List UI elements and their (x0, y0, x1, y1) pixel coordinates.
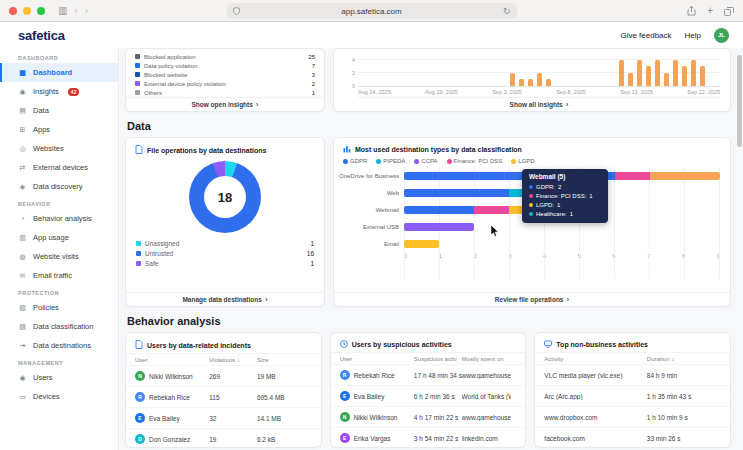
sidebar-toggle-icon[interactable]: ▥ (58, 6, 67, 16)
sidebar-item-apps[interactable]: ⊞Apps (0, 120, 118, 139)
sidebar-item-external-devices[interactable]: ⇄External devices (0, 158, 118, 177)
column-header-user[interactable]: User (135, 357, 209, 363)
sidebar-item-label: Data (33, 106, 49, 115)
insight-bar (682, 66, 687, 86)
column-header-suspicious-activ[interactable]: Suspicious activ (414, 356, 462, 362)
tooltip-row-gdpr: GDPR: 2 (529, 182, 601, 191)
sort-icon: ↓ (672, 356, 675, 362)
row-cell: linkedin.com (462, 435, 511, 442)
insight-summary-row: Blocked website3 (126, 70, 324, 79)
tab-overview-icon[interactable] (724, 2, 734, 20)
legend-chip-ccpa[interactable]: CCPA (414, 158, 437, 164)
sidebar-item-data[interactable]: ▤Data (0, 101, 118, 120)
bar-segment-lgpd[interactable] (404, 240, 439, 248)
legend-chip-label: CCPA (421, 158, 437, 164)
sidebar-item-email-traffic[interactable]: ✉Email traffic (0, 266, 118, 285)
sidebar-item-devices[interactable]: ▭Devices (0, 387, 118, 406)
column-header-duration[interactable]: Duration↓ (647, 356, 714, 362)
sidebar-item-behavior-analysis[interactable]: ◔Behavior analysis (0, 209, 118, 228)
legend-value: 1 (310, 260, 314, 267)
sidebar-item-policies[interactable]: ▧Policies (0, 298, 118, 317)
back-icon[interactable]: ‹ (74, 6, 77, 16)
table-row[interactable]: DDon Gonzalez196.2 kB (126, 429, 321, 448)
open-insights-card: Blocked application25Data policy violati… (125, 48, 325, 112)
table-row[interactable]: EErika Vargas3 h 54 min 22 slinkedin.com (331, 428, 526, 448)
insights-count-badge: 42 (68, 88, 80, 96)
table-row[interactable]: www.dropbox.com1 h 10 min 9 s (535, 407, 730, 428)
user-name: Eva Bailey (354, 393, 385, 400)
bar-segment-finance-pci-dss[interactable] (474, 206, 509, 214)
insight-bar (655, 60, 660, 86)
bar-segment-finance-pci-dss[interactable] (615, 172, 650, 180)
table-row[interactable]: RRebekah Rice115695.4 MB (126, 387, 321, 408)
table-row[interactable]: EEva Bailey6 h 2 min 36 sWorld of Tanks … (331, 386, 526, 407)
user-avatar[interactable]: JL (714, 28, 729, 43)
bar-segment-lgpd[interactable] (650, 172, 720, 180)
window-minimize-button[interactable] (23, 7, 31, 15)
stacked-row-email: Email (334, 235, 730, 252)
sidebar-item-data-destinations[interactable]: ⇥Data destinations (0, 336, 118, 355)
column-header-mostly-spent-on[interactable]: Mostly spent on (462, 356, 511, 362)
review-file-operations-link[interactable]: Review file operations› (334, 292, 730, 306)
row-cell: 695.4 MB (257, 394, 306, 401)
reload-icon[interactable]: ↻ (503, 6, 511, 16)
page-scrollbar[interactable] (737, 55, 742, 147)
table-row[interactable]: VLC media player (vlc.exe)84 h 9 min (535, 365, 730, 386)
policies-icon: ▧ (18, 304, 27, 312)
window-zoom-button[interactable] (37, 7, 45, 15)
table-row[interactable]: EEva Bailey3214.1 MB (126, 408, 321, 429)
legend-label: Safe (145, 260, 158, 267)
sidebar-item-users[interactable]: ◉Users (0, 368, 118, 387)
website-visits-icon: ◍ (18, 253, 27, 261)
sidebar-item-dashboard[interactable]: ▦Dashboard (0, 63, 118, 82)
manage-data-destinations-link[interactable]: Manage data destinations› (126, 292, 324, 306)
give-feedback-link[interactable]: Give feedback (620, 31, 671, 40)
new-tab-icon[interactable]: + (707, 6, 713, 16)
show-open-insights-link[interactable]: Show open insights› (126, 97, 324, 111)
legend-chip-finance-pci-dss[interactable]: Finance: PCI DSS (447, 158, 503, 164)
sidebar-item-data-discovery[interactable]: ◈Data discovery (0, 177, 118, 196)
table-row[interactable]: Arc (Arc.app)1 h 35 min 43 s (535, 386, 730, 407)
nav-items-behavior: ◔Behavior analysis▥App usage◍Website vis… (0, 209, 118, 285)
column-header-size[interactable]: Size (257, 357, 306, 363)
sidebar-item-data-classification[interactable]: ▨Data classification (0, 317, 118, 336)
legend-chip-gdpr[interactable]: GDPR (343, 158, 367, 164)
column-header-violations[interactable]: Violations↓ (209, 357, 257, 363)
sidebar-item-website-visits[interactable]: ◍Website visits (0, 247, 118, 266)
tooltip-color-dot (529, 203, 533, 207)
user-avatar: E (340, 391, 350, 401)
window-close-button[interactable] (9, 7, 17, 15)
column-header-activity[interactable]: Activity (544, 356, 646, 362)
user-avatar: D (135, 434, 145, 444)
table-row[interactable]: NNikki Wilkinson4 h 17 min 22 swww.gameh… (331, 407, 526, 428)
bar-segment-ccpa[interactable] (404, 223, 474, 231)
sidebar-item-app-usage[interactable]: ▥App usage (0, 228, 118, 247)
category-label: Web (334, 190, 404, 196)
classification-legend: GDPRPIPEDACCPAFinance: PCI DSSLGPD (334, 157, 730, 167)
column-header-user[interactable]: User (340, 356, 414, 362)
legend-chip-lgpd[interactable]: LGPD (511, 158, 534, 164)
table-row[interactable]: NNikki Wilkinson26919 MB (126, 366, 321, 387)
sidebar-item-websites[interactable]: ◎Websites (0, 139, 118, 158)
sidebar-item-label: Data destinations (33, 341, 91, 350)
insight-count: 2 (312, 81, 315, 87)
bar-segment-gdpr[interactable] (404, 206, 474, 214)
table-row[interactable]: RRebekah Rice17 h 48 min 34 swww.gamehou… (331, 365, 526, 386)
x-axis-label: Sep 22, 2025 (687, 89, 720, 95)
row-primary-cell: DDon Gonzalez (135, 434, 209, 444)
share-icon[interactable] (687, 2, 696, 20)
sidebar-item-insights[interactable]: ◉Insights42 (0, 82, 118, 101)
safetica-logo: safetica (18, 28, 65, 43)
sidebar-item-label: Policies (33, 303, 59, 312)
forward-icon[interactable]: › (85, 6, 88, 16)
address-bar[interactable]: app.safetica.com ↻ (227, 3, 517, 19)
legend-label: Untrusted (145, 250, 173, 257)
table-body: VLC media player (vlc.exe)84 h 9 minArc … (535, 365, 730, 448)
bar-segment-gdpr[interactable] (404, 189, 509, 197)
show-all-insights-link[interactable]: Show all insights› (358, 97, 720, 111)
help-link[interactable]: Help (685, 31, 701, 40)
tooltip-label: GDPR: (536, 184, 555, 190)
email-traffic-icon: ✉ (18, 272, 27, 280)
table-row[interactable]: facebook.com33 min 26 s (535, 428, 730, 448)
legend-chip-pipeda[interactable]: PIPEDA (376, 158, 405, 164)
